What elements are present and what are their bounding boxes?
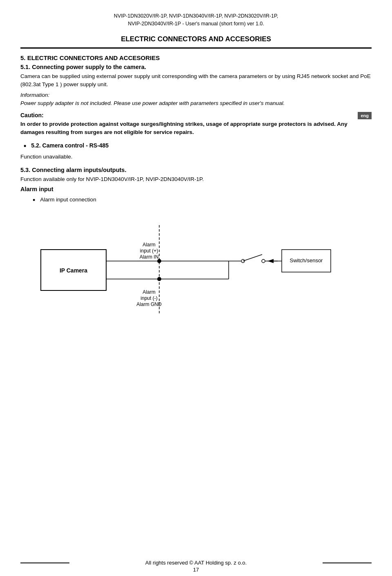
para1: Camera can be supplied using external po…: [20, 72, 372, 89]
section5-3-heading: 5.3. Connecting alarm inputs/outputs.: [20, 167, 372, 173]
info-text: Power supply adapter is not included. Pl…: [20, 99, 372, 107]
section5-2-bullet: • 5.2. Camera control - RS-485: [20, 142, 372, 150]
section5-heading: 5. ELECTRIC CONNECTORS AND ACCESORIES: [20, 54, 372, 61]
alarm-diagram-svg: IP Camera Sw: [29, 217, 335, 323]
header-line1: NVIP-1DN3020V/IR-1P, NVIP-1DN3040V/IR-1P…: [20, 12, 372, 20]
switch-contact-right: [262, 259, 265, 263]
section5-2-bullet-section: • 5.2. Camera control - RS-485: [20, 142, 372, 150]
caution-text: In order to provide protection against v…: [20, 120, 372, 137]
bullet-dot-5-2: •: [24, 142, 26, 150]
ip-camera-label: IP Camera: [60, 267, 87, 274]
alarm-input-connection-label: Alarm input connection: [40, 196, 96, 203]
bullet-dot-alarm: •: [33, 196, 35, 205]
switch-lever: [243, 255, 262, 261]
alarm-plus-label-line3: Alarm IN: [140, 254, 159, 260]
alarm-minus-label-line3: Alarm GND: [136, 301, 162, 307]
info-label: Information:: [20, 91, 372, 99]
alarm-plus-label-line1: Alarm: [143, 242, 155, 248]
section5-1-heading: 5.1. Connecting power supply to the came…: [20, 64, 372, 70]
alarm-plus-label-line2: input (+): [140, 248, 158, 254]
caution-label: Caution:: [20, 112, 372, 118]
alarm-minus-label-line1: Alarm: [143, 289, 155, 295]
alarm-input-connection-bullet: • Alarm input connection: [33, 196, 372, 205]
divider-thick-top: [20, 47, 372, 49]
caution-block: Caution: In order to provide protection …: [20, 112, 372, 137]
footer-line-left: [20, 563, 69, 563]
header-line2: NVIP-2DN3040V/IR-1P - User's manual (sho…: [20, 20, 372, 28]
alarm-diagram: IP Camera Sw: [29, 217, 372, 323]
switch-sensor-label-line1: Switch/sensor: [290, 257, 323, 263]
eng-badge: eng: [358, 112, 372, 119]
page-main-title: ELECTRIC CONNECTORS AND ACCESORIES: [20, 35, 372, 43]
section5-2-label: 5.2. Camera control - RS-485: [31, 142, 109, 149]
page-number: 17: [0, 567, 392, 573]
footer-line-right: [323, 563, 372, 563]
alarm-minus-label-line2: input (-): [140, 295, 157, 301]
section5-2-text: Function unavailable.: [20, 153, 372, 161]
footer-copyright: All rights reserved © AAT Holding sp. z …: [145, 560, 247, 566]
section5-3-text: Function available only for NVIP-1DN3040…: [20, 175, 372, 183]
page-header: NVIP-1DN3020V/IR-1P, NVIP-1DN3040V/IR-1P…: [20, 12, 372, 28]
alarm-input-heading: Alarm input: [20, 186, 372, 192]
arrow-head: [267, 259, 274, 263]
page-footer: All rights reserved © AAT Holding sp. z …: [20, 560, 372, 566]
